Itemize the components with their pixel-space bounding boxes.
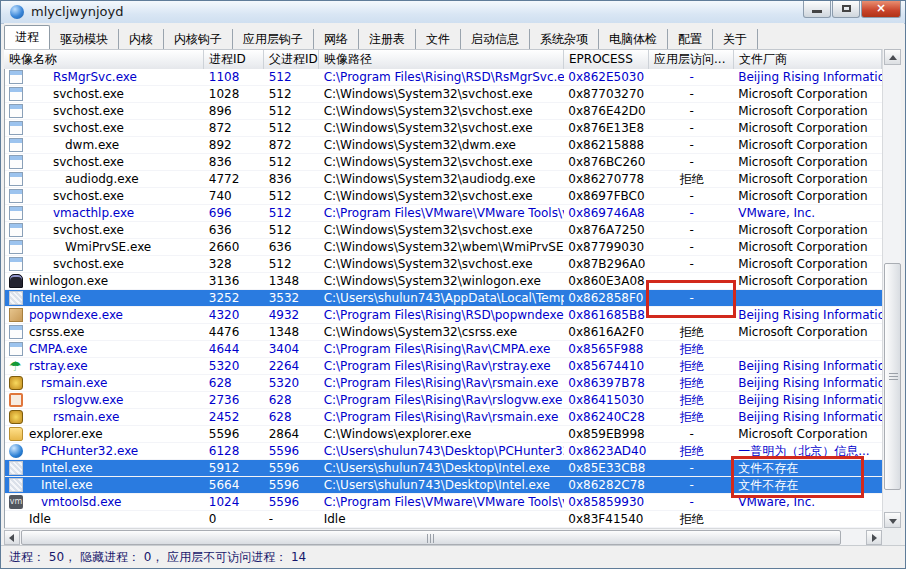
tab-pc-checkup[interactable]: 电脑体检: [599, 29, 668, 49]
horizontal-scroll-thumb[interactable]: [21, 530, 841, 545]
cell-ppid: 512: [265, 205, 320, 221]
cell-vendor: Microsoft Corporation: [734, 256, 882, 272]
cell-pid: 0: [205, 511, 265, 527]
column-header-5[interactable]: 应用层访问...: [649, 50, 734, 70]
column-header-3[interactable]: 映像路径: [319, 50, 564, 70]
process-row[interactable]: csrss.exe44761348C:\Windows\System32\csr…: [5, 324, 882, 341]
cell-vendor: Microsoft Corporation: [734, 120, 882, 136]
tab-registry[interactable]: 注册表: [359, 29, 416, 49]
process-row[interactable]: svchost.exe740512C:\Windows\System32\svc…: [5, 188, 882, 205]
cell-access: -: [649, 137, 734, 153]
tab-process[interactable]: 进程: [4, 25, 50, 49]
process-row[interactable]: svchost.exe1028512C:\Windows\System32\sv…: [5, 86, 882, 103]
process-row[interactable]: Intel.exe32523532C:\Users\shulun743\AppD…: [5, 290, 882, 307]
process-row[interactable]: CMPA.exe46443404C:\Program Files\Rising\…: [5, 341, 882, 358]
process-row[interactable]: Intel.exe59125596C:\Users\shulun743\Desk…: [5, 460, 882, 477]
process-name: vmacthlp.exe: [5, 205, 134, 221]
cell-image-name: WmiPrvSE.exe: [5, 239, 205, 255]
process-row[interactable]: PCHunter32.exe61285596C:\Users\shulun743…: [5, 443, 882, 460]
tab-app-layer-hook[interactable]: 应用层钩子: [233, 29, 314, 49]
column-header-6[interactable]: 文件厂商: [734, 50, 882, 70]
tab-system-misc[interactable]: 系统杂项: [530, 29, 599, 49]
process-row[interactable]: svchost.exe896512C:\Windows\System32\svc…: [5, 103, 882, 120]
cell-image-name: svchost.exe: [5, 154, 205, 170]
process-row[interactable]: rsmain.exe6285320C:\Program Files\Rising…: [5, 375, 882, 392]
cell-eprocess: 0x87B296A0: [564, 256, 649, 272]
column-header-4[interactable]: EPROCESS: [564, 50, 649, 70]
arrow-right-icon: [872, 534, 877, 542]
app-window-icon: [9, 342, 23, 356]
cell-vendor: Beijing Rising Information T.: [734, 358, 882, 374]
cell-access: -: [649, 307, 734, 323]
cell-ppid: 628: [265, 409, 320, 425]
cell-path: C:\Windows\System32\svchost.exe: [320, 222, 565, 238]
tab-file[interactable]: 文件: [416, 29, 461, 49]
scroll-right-button[interactable]: [866, 530, 882, 545]
vertical-scrollbar[interactable]: [882, 49, 901, 528]
process-row[interactable]: svchost.exe328512C:\Windows\System32\svc…: [5, 256, 882, 273]
process-row[interactable]: svchost.exe636512C:\Windows\System32\svc…: [5, 222, 882, 239]
process-row[interactable]: Intel.exe56645596C:\Users\shulun743\Desk…: [5, 477, 882, 494]
cell-eprocess: 0x876BC260: [564, 154, 649, 170]
process-row[interactable]: RsMgrSvc.exe1108512C:\Program Files\Risi…: [5, 69, 882, 86]
maximize-button[interactable]: [832, 1, 860, 18]
cell-image-name: rslogvw.exe: [5, 392, 205, 408]
pchunter-sphere-icon: [9, 444, 23, 458]
vertical-scroll-thumb[interactable]: [884, 263, 901, 490]
vm-box-icon: [9, 495, 23, 509]
process-row[interactable]: audiodg.exe4772836C:\Windows\System32\au…: [5, 171, 882, 188]
cell-pid: 2452: [205, 409, 265, 425]
process-row[interactable]: vmtoolsd.exe10245596C:\Program Files\VMw…: [5, 494, 882, 511]
process-row[interactable]: explorer.exe55962864C:\Windows\explorer.…: [5, 426, 882, 443]
cell-pid: 1108: [205, 69, 265, 85]
cell-image-name: Intel.exe: [5, 460, 205, 476]
scroll-down-button[interactable]: [884, 512, 901, 528]
close-button[interactable]: ×: [861, 1, 901, 18]
cell-eprocess: 0x8616A2F0: [564, 324, 649, 340]
cell-access: -: [649, 256, 734, 272]
column-header-2[interactable]: 父进程ID: [264, 50, 319, 70]
title-bar[interactable]: mlycljwynjoyd ×: [1, 1, 905, 24]
cell-image-name: winlogon.exe: [5, 273, 205, 289]
tab-startup-info[interactable]: 启动信息: [461, 29, 530, 49]
cell-access: -: [649, 86, 734, 102]
tab-kernel-hook[interactable]: 内核钩子: [164, 29, 233, 49]
thumb-grip-icon: [889, 373, 898, 381]
process-row[interactable]: vmacthlp.exe696512C:\Program Files\VMwar…: [5, 205, 882, 222]
cell-image-name: dwm.exe: [5, 137, 205, 153]
cell-pid: 1028: [205, 86, 265, 102]
cell-ppid: 2864: [265, 426, 320, 442]
process-row[interactable]: rstray.exe53202264C:\Program Files\Risin…: [5, 358, 882, 375]
process-row[interactable]: dwm.exe892872C:\Windows\System32\dwm.exe…: [5, 137, 882, 154]
table-header: 映像名称进程ID父进程ID映像路径EPROCESS应用层访问...文件厂商: [4, 49, 883, 71]
process-row[interactable]: rsmain.exe2452628C:\Program Files\Rising…: [5, 409, 882, 426]
process-row[interactable]: svchost.exe836512C:\Windows\System32\svc…: [5, 154, 882, 171]
process-row[interactable]: svchost.exe872512C:\Windows\System32\svc…: [5, 120, 882, 137]
tab-about[interactable]: 关于: [713, 29, 758, 49]
cell-access: -: [649, 273, 734, 289]
process-row[interactable]: rslogvw.exe2736628C:\Program Files\Risin…: [5, 392, 882, 409]
column-header-1[interactable]: 进程ID: [204, 50, 264, 70]
default-checkered-icon: [9, 291, 23, 305]
cell-access: -: [649, 426, 734, 442]
horizontal-scrollbar[interactable]: [4, 528, 882, 545]
process-row[interactable]: winlogon.exe31361348C:\Windows\System32\…: [5, 273, 882, 290]
tab-network[interactable]: 网络: [314, 29, 359, 49]
cell-path: C:\Users\shulun743\Desktop\PCHunter32.ex…: [320, 443, 565, 459]
cell-image-name: vmtoolsd.exe: [5, 494, 205, 510]
tab-kernel[interactable]: 内核: [119, 29, 164, 49]
scroll-left-button[interactable]: [4, 530, 20, 545]
scroll-up-button[interactable]: [884, 49, 901, 65]
process-row[interactable]: Idle0-Idle0x83F41540拒绝: [5, 511, 882, 528]
app-window-icon: [9, 172, 23, 186]
column-header-0[interactable]: 映像名称: [4, 50, 204, 70]
process-row[interactable]: popwndexe.exe43204932C:\Program Files\Ri…: [5, 307, 882, 324]
cell-path: C:\Program Files\VMware\VMware Tools\vma…: [320, 205, 565, 221]
app-window-icon: [9, 189, 23, 203]
cell-eprocess: 0x86240C28: [564, 409, 649, 425]
cell-access: 拒绝: [649, 375, 734, 391]
process-row[interactable]: WmiPrvSE.exe2660636C:\Windows\System32\w…: [5, 239, 882, 256]
minimize-button[interactable]: [803, 1, 831, 18]
tab-driver-module[interactable]: 驱动模块: [50, 29, 119, 49]
tab-config[interactable]: 配置: [668, 29, 713, 49]
